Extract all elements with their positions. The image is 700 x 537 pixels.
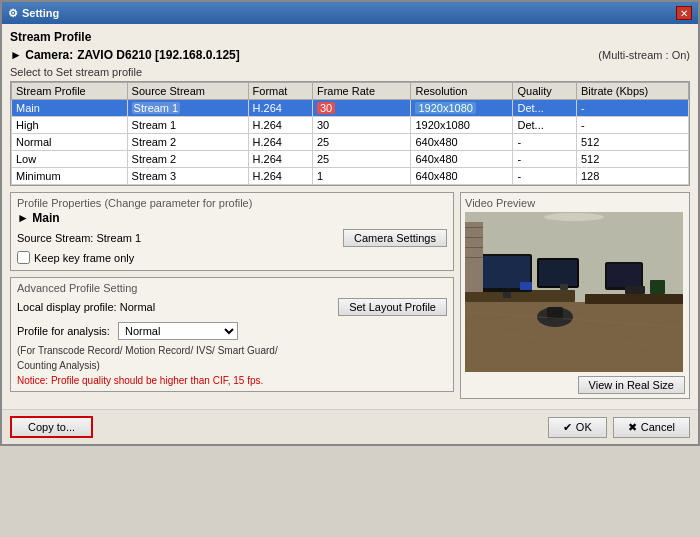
- profile-properties-section: Profile Properties (Change parameter for…: [10, 192, 454, 271]
- right-panel: Video Preview: [460, 192, 690, 399]
- title-bar: ⚙ Setting ✕: [2, 2, 698, 24]
- source-stream-row: Source Stream: Stream 1 Camera Settings: [17, 229, 447, 247]
- svg-marker-2: [465, 302, 683, 372]
- table-header-row: Stream Profile Source Stream Format Fram…: [12, 83, 689, 100]
- close-button[interactable]: ✕: [676, 6, 692, 20]
- svg-rect-21: [625, 286, 645, 294]
- svg-rect-19: [520, 282, 532, 290]
- video-preview-title: Video Preview: [465, 197, 685, 209]
- cancel-label: Cancel: [641, 421, 675, 433]
- local-display-label: Local display profile: Normal: [17, 301, 155, 313]
- title-bar-text: ⚙ Setting: [8, 7, 59, 20]
- svg-rect-14: [465, 237, 483, 238]
- keep-keyframe-label: Keep key frame only: [34, 252, 134, 264]
- svg-rect-11: [607, 264, 641, 287]
- svg-rect-22: [650, 280, 665, 294]
- table-row[interactable]: LowStream 2H.26425640x480-512: [12, 151, 689, 168]
- stream-table: Stream Profile Source Stream Format Fram…: [11, 82, 689, 185]
- col-bitrate: Bitrate (Kbps): [576, 83, 688, 100]
- camera-label: ► Camera:: [10, 48, 73, 62]
- table-row[interactable]: HighStream 1H.264301920x1080Det...-: [12, 117, 689, 134]
- camera-name: ZAVIO D6210 [192.168.0.125]: [77, 48, 240, 62]
- ok-cancel-group: ✔ OK ✖ Cancel: [548, 417, 690, 438]
- left-panel: Profile Properties (Change parameter for…: [10, 192, 454, 399]
- keep-keyframe-row: Keep key frame only: [17, 251, 447, 264]
- svg-rect-9: [539, 260, 577, 286]
- ok-button[interactable]: ✔ OK: [548, 417, 607, 438]
- window-title: Stream Profile: [10, 30, 690, 44]
- col-format: Format: [248, 83, 312, 100]
- camera-info: ► Camera: ZAVIO D6210 [192.168.0.125]: [10, 48, 240, 62]
- table-row[interactable]: MainStream 1H.264301920x1080Det...-: [12, 100, 689, 117]
- col-quality: Quality: [513, 83, 577, 100]
- stream-table-body: MainStream 1H.264301920x1080Det...-HighS…: [12, 100, 689, 185]
- svg-rect-4: [585, 294, 683, 304]
- svg-rect-15: [465, 247, 483, 248]
- ok-check-icon: ✔: [563, 421, 572, 434]
- svg-rect-16: [465, 257, 483, 258]
- svg-rect-18: [547, 307, 563, 319]
- stream-table-container: Stream Profile Source Stream Format Fram…: [10, 81, 690, 186]
- analysis-row: Profile for analysis: NormalHighLow: [17, 322, 447, 340]
- profile-name: ► Main: [17, 211, 60, 225]
- analysis-label: Profile for analysis:: [17, 325, 110, 337]
- camera-settings-button[interactable]: Camera Settings: [343, 229, 447, 247]
- svg-rect-13: [465, 227, 483, 228]
- source-stream-text: Source Stream: Stream 1: [17, 232, 141, 244]
- profile-main-title: ► Main: [17, 211, 447, 225]
- main-area: Profile Properties (Change parameter for…: [10, 192, 690, 399]
- svg-rect-20: [560, 284, 568, 290]
- title-bar-icon: ⚙: [8, 7, 18, 20]
- col-frame-rate: Frame Rate: [312, 83, 411, 100]
- cancel-button[interactable]: ✖ Cancel: [613, 417, 690, 438]
- title-bar-title: Setting: [22, 7, 59, 19]
- advanced-title: Advanced Profile Setting: [17, 282, 447, 294]
- multi-stream-status: (Multi-stream : On): [598, 49, 690, 61]
- analysis-dropdown[interactable]: NormalHighLow: [118, 322, 238, 340]
- analysis-desc-line2: Counting Analysis): [17, 359, 447, 372]
- svg-rect-7: [503, 292, 511, 298]
- keep-keyframe-checkbox[interactable]: [17, 251, 30, 264]
- view-real-size-button[interactable]: View in Real Size: [578, 376, 685, 394]
- ok-label: OK: [576, 421, 592, 433]
- analysis-desc-line1: (For Transcode Record/ Motion Record/ IV…: [17, 344, 447, 357]
- col-resolution: Resolution: [411, 83, 513, 100]
- copy-to-button[interactable]: Copy to...: [10, 416, 93, 438]
- bottom-bar: Copy to... ✔ OK ✖ Cancel: [2, 409, 698, 444]
- view-real-size-row: View in Real Size: [465, 376, 685, 394]
- main-window: ⚙ Setting ✕ Stream Profile ► Camera: ZAV…: [0, 0, 700, 446]
- col-stream-profile: Stream Profile: [12, 83, 128, 100]
- notice-text: Notice: Profile quality should be higher…: [17, 374, 447, 387]
- table-row[interactable]: NormalStream 2H.26425640x480-512: [12, 134, 689, 151]
- cancel-x-icon: ✖: [628, 421, 637, 434]
- video-preview-image: [465, 212, 683, 372]
- select-text: Select to Set stream profile: [10, 66, 690, 78]
- advanced-profile-section: Advanced Profile Setting Local display p…: [10, 277, 454, 392]
- table-row[interactable]: MinimumStream 3H.2641640x480-128: [12, 168, 689, 185]
- col-source-stream: Source Stream: [127, 83, 248, 100]
- set-layout-button[interactable]: Set Layout Profile: [338, 298, 447, 316]
- video-preview-box: Video Preview: [460, 192, 690, 399]
- profile-props-label: Profile Properties (Change parameter for…: [17, 197, 447, 209]
- svg-point-25: [544, 213, 604, 221]
- local-display-row: Local display profile: Normal Set Layout…: [17, 298, 447, 316]
- content-area: Stream Profile ► Camera: ZAVIO D6210 [19…: [2, 24, 698, 405]
